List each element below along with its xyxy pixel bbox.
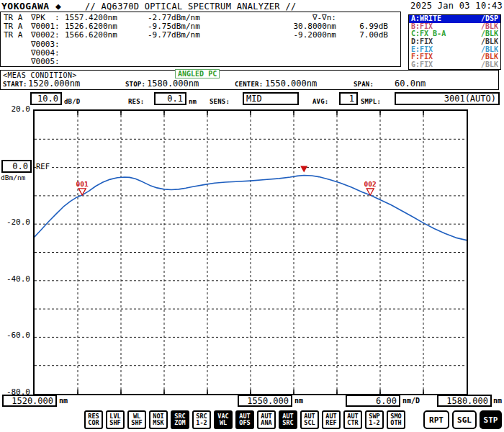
softkey-aut-ref[interactable]: AUTREF	[322, 410, 341, 429]
start-label: START:	[3, 81, 27, 88]
level-scale-unit: dB/D	[64, 98, 80, 105]
softkey-src-1-2[interactable]: SRC1-2	[192, 410, 211, 429]
smpl-label: SMPL:	[361, 98, 381, 105]
table-row: ∇0003:	[1, 40, 400, 49]
table-row: ∇0005:	[1, 58, 400, 66]
level-cell: -9.77dBm/nm	[148, 31, 228, 40]
softkey-wl-shf[interactable]: WLSHF	[127, 410, 146, 429]
table-row: ∇0004:	[1, 49, 400, 58]
marker-id-cell: ∇0002:	[31, 31, 65, 40]
table-row: TR A∇0001:1526.6200nm-9.75dBm/nm30.8000n…	[1, 22, 400, 31]
start-value: 1520.000nm	[28, 78, 80, 89]
stop-label: STOP:	[125, 81, 145, 88]
softkey-src-zom[interactable]: SRCZOM	[171, 410, 189, 429]
repeat-sweep-button[interactable]: RPT	[423, 410, 449, 429]
softkey-aut-ctr[interactable]: AUTCTR	[343, 410, 362, 429]
sens-field[interactable]: MID	[243, 92, 299, 105]
brand-logo: YOKOGAWA ◆	[1, 1, 61, 12]
x-div-unit: nm/D	[402, 397, 420, 405]
smpl-field[interactable]: 3001(AUTO)	[395, 92, 500, 105]
diamond-icon: ◆	[55, 1, 61, 12]
softkey-vac-wl[interactable]: VACWL	[214, 410, 233, 429]
y-axis-tick--20: -20.0	[1, 218, 30, 226]
x-start-readout: 1520.000	[2, 395, 57, 407]
table-row: TR A∇0002:1566.6200nm-9.77dBm/nm-9.2000n…	[1, 31, 400, 40]
spectrum-chart: 001002	[35, 111, 467, 394]
span-label: SPAN:	[354, 81, 374, 88]
softkey-aut-ana[interactable]: AUTANA	[257, 410, 276, 429]
level-scale-field[interactable]: 10.0	[30, 92, 62, 105]
stop-value: 1580.000nm	[147, 78, 199, 89]
trace-status: /BLK	[481, 61, 498, 69]
softkey-aut-ofs[interactable]: AUTOFS	[235, 410, 254, 429]
marker-id-cell: ∇0005:	[31, 58, 65, 66]
y-axis-tick--60: -60.0	[1, 331, 30, 339]
softkey-noi-msk[interactable]: NOIMSK	[149, 410, 168, 429]
svg-text:002: 002	[364, 180, 377, 188]
y-axis-tick-20: 20.0	[1, 105, 30, 113]
delta-cell: -9.2000nm	[228, 31, 336, 40]
marker-info-panel: TR A∇PK :1557.4200nm-2.77dBm/nm∇-∇n: TR …	[0, 12, 401, 67]
table-row: TR A∇PK :1557.4200nm-2.77dBm/nm∇-∇n:	[1, 14, 400, 22]
ref-level-field[interactable]: 0.0	[1, 160, 32, 173]
avg-label: AVG:	[312, 98, 328, 105]
center-label: CENTER:	[235, 81, 263, 88]
ref-line-label: REF	[36, 163, 51, 171]
single-sweep-button[interactable]: SGL	[452, 410, 477, 429]
softkey-aut-src[interactable]: AUTSRC	[279, 410, 297, 429]
sens-label: SENS:	[210, 98, 230, 105]
x-stop-readout: 1580.000	[437, 395, 492, 407]
res-unit: nm	[189, 98, 197, 105]
trace-cell: TR A	[4, 31, 31, 40]
span-value: 60.0nm	[395, 78, 426, 89]
x-stop-unit: nm	[493, 397, 502, 405]
x-center-unit: nm	[294, 397, 303, 405]
x-div-readout: 6.00	[346, 395, 400, 407]
spectrum-plot: 001002	[33, 109, 468, 395]
center-value: 1550.000nm	[265, 78, 317, 89]
softkey-aut-scl[interactable]: AUTSCL	[300, 410, 319, 429]
res-label: RES:	[128, 98, 144, 105]
x-start-unit: nm	[59, 397, 68, 405]
svg-text:001: 001	[76, 180, 89, 188]
softkey-lvl-shf[interactable]: LVLSHF	[106, 410, 125, 429]
trace-list: A:WRITE/DSP B:FIX/BLK C:FX B-A/BLK D:FIX…	[408, 14, 501, 70]
softkey-swp-1-2[interactable]: SWP1-2	[365, 410, 384, 429]
y-axis-tick--40: -40.0	[1, 275, 30, 283]
wavelength-cell: 1566.6200nm	[65, 31, 148, 40]
delta-db-cell: 7.00dB	[336, 31, 388, 40]
trace-item-g[interactable]: G:FIX/BLK	[409, 61, 500, 69]
page-title: // AQ6370D OPTICAL SPECTRUM ANALYZER //	[85, 1, 296, 12]
ref-level-unit: dBm/nm	[1, 174, 25, 181]
avg-field[interactable]: 1	[339, 92, 358, 105]
softkey-smo-oth[interactable]: SMOOTH	[387, 410, 405, 429]
trace-name: G:FIX	[411, 61, 433, 69]
x-center-readout: 1550.000	[238, 395, 292, 407]
datetime: 2025 Jan 03 10:43	[410, 1, 503, 11]
connector-badge: ANGLED PC	[175, 69, 220, 78]
stop-sweep-button[interactable]: STP	[480, 410, 502, 429]
res-field[interactable]: 0.1	[154, 92, 186, 105]
softkey-res-cor[interactable]: RESCOR	[84, 410, 103, 429]
marker-id-cell: ∇0003:	[31, 40, 65, 49]
